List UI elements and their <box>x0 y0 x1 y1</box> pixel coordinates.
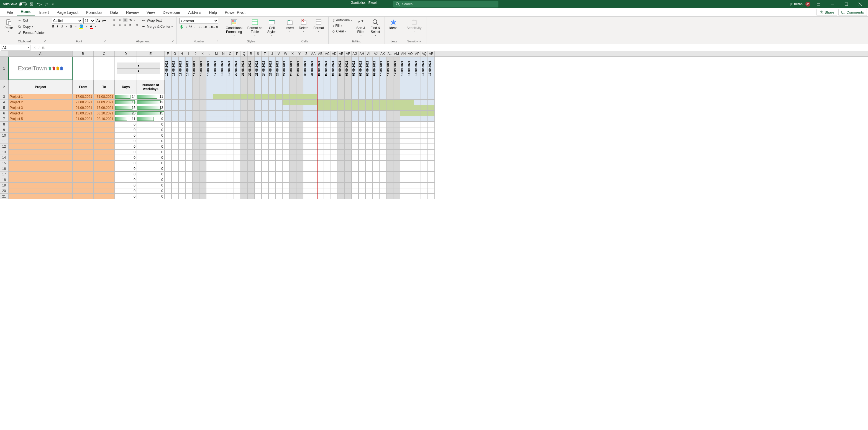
gantt-cell[interactable] <box>220 99 227 105</box>
cell[interactable] <box>227 188 234 194</box>
cell[interactable] <box>213 133 220 138</box>
cell[interactable] <box>72 194 94 199</box>
save-icon[interactable] <box>29 1 34 7</box>
col-header-AH[interactable]: AH <box>359 51 366 57</box>
workdays-cell[interactable]: 13 <box>137 105 164 111</box>
cell[interactable] <box>94 127 115 133</box>
cell[interactable] <box>296 133 303 138</box>
cell[interactable] <box>324 188 331 194</box>
cell[interactable] <box>269 166 275 172</box>
cell[interactable] <box>338 188 345 194</box>
cell[interactable] <box>94 183 115 188</box>
cell[interactable] <box>289 194 296 199</box>
cell[interactable] <box>296 149 303 155</box>
days-cell[interactable]: 0 <box>115 188 137 194</box>
cell[interactable] <box>296 127 303 133</box>
gantt-cell[interactable] <box>248 116 255 122</box>
cell[interactable] <box>199 122 206 127</box>
project-name-cell[interactable]: Project 3 <box>8 105 72 111</box>
cell[interactable] <box>241 155 248 160</box>
gantt-cell[interactable] <box>345 94 351 99</box>
cell[interactable] <box>192 127 199 133</box>
cell[interactable] <box>164 149 172 155</box>
gantt-cell[interactable] <box>269 111 275 116</box>
cell[interactable] <box>179 133 185 138</box>
cell[interactable] <box>359 133 366 138</box>
cell[interactable] <box>303 183 310 188</box>
tab-review[interactable]: Review <box>122 8 143 17</box>
gantt-cell[interactable] <box>303 99 310 105</box>
clear-button[interactable]: ◇ Clear ▾ <box>331 29 353 34</box>
launcher-icon[interactable]: ⤢ <box>103 40 107 43</box>
cell[interactable] <box>261 149 269 155</box>
cell[interactable] <box>213 172 220 177</box>
date-header-cell[interactable]: 12.09.2021 <box>393 57 400 80</box>
workdays-cell[interactable]: 0 <box>137 149 164 155</box>
cell[interactable] <box>282 155 289 160</box>
cell[interactable] <box>255 188 261 194</box>
cell[interactable] <box>172 149 179 155</box>
cell[interactable] <box>400 144 407 149</box>
cell[interactable] <box>261 160 269 166</box>
cell[interactable] <box>338 144 345 149</box>
cell[interactable] <box>317 177 324 183</box>
gantt-cell[interactable] <box>386 111 393 116</box>
cell[interactable] <box>255 127 261 133</box>
cell[interactable] <box>227 144 234 149</box>
cell[interactable] <box>255 80 261 94</box>
cell[interactable] <box>185 160 192 166</box>
cell[interactable] <box>359 194 366 199</box>
cell[interactable] <box>372 166 379 172</box>
cell[interactable] <box>8 155 72 160</box>
row-header-19[interactable]: 19 <box>0 183 8 188</box>
find-select-button[interactable]: Find & Select▾ <box>369 18 382 38</box>
bold-button[interactable]: B <box>52 24 54 28</box>
gantt-cell[interactable] <box>275 111 282 116</box>
cell[interactable] <box>351 172 359 177</box>
cell[interactable] <box>338 183 345 188</box>
gantt-cell[interactable] <box>310 99 317 105</box>
cell[interactable] <box>407 80 414 94</box>
cell[interactable] <box>317 172 324 177</box>
row-header-2[interactable]: 2 <box>0 80 8 94</box>
cell[interactable] <box>345 194 351 199</box>
gantt-cell[interactable] <box>234 105 241 111</box>
cell[interactable] <box>317 133 324 138</box>
cell[interactable] <box>255 149 261 155</box>
row-header-6[interactable]: 6 <box>0 111 8 116</box>
cell[interactable] <box>331 172 338 177</box>
cell[interactable] <box>338 133 345 138</box>
cell[interactable] <box>248 194 255 199</box>
cell[interactable] <box>359 166 366 172</box>
days-cell[interactable]: 0 <box>115 160 137 166</box>
cell[interactable] <box>366 194 372 199</box>
days-cell[interactable]: 0 <box>115 144 137 149</box>
workdays-cell[interactable]: 9 <box>137 116 164 122</box>
cell[interactable] <box>255 160 261 166</box>
cell[interactable] <box>296 188 303 194</box>
gantt-cell[interactable] <box>421 99 428 105</box>
cell[interactable] <box>241 144 248 149</box>
cell[interactable] <box>303 160 310 166</box>
gantt-cell[interactable] <box>379 99 386 105</box>
cell[interactable] <box>428 144 435 149</box>
gantt-cell[interactable] <box>407 105 414 111</box>
cell[interactable] <box>372 149 379 155</box>
cell[interactable] <box>303 166 310 172</box>
cell[interactable] <box>428 127 435 133</box>
date-header-cell[interactable]: 11.08.2021 <box>172 57 179 80</box>
cell[interactable] <box>393 172 400 177</box>
cell[interactable] <box>275 188 282 194</box>
cell[interactable] <box>386 194 393 199</box>
gantt-cell[interactable] <box>289 111 296 116</box>
font-size-select[interactable]: 11 <box>83 18 95 24</box>
cell[interactable] <box>310 144 317 149</box>
cell[interactable] <box>275 160 282 166</box>
col-header-F[interactable]: F <box>164 51 172 57</box>
cell[interactable] <box>386 133 393 138</box>
cell[interactable] <box>310 155 317 160</box>
cell[interactable] <box>317 144 324 149</box>
cell[interactable] <box>317 194 324 199</box>
col-header-E[interactable]: E <box>137 51 164 57</box>
gantt-cell[interactable] <box>407 116 414 122</box>
